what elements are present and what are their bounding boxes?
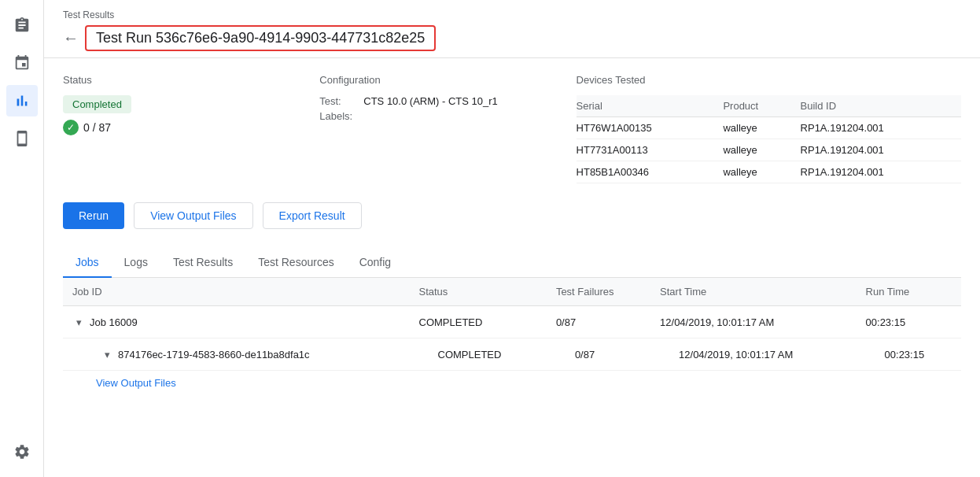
back-button[interactable]: ←	[63, 29, 79, 47]
config-labels-key: Labels:	[319, 110, 359, 122]
tab-test-resources[interactable]: Test Resources	[245, 248, 346, 278]
device-product: walleye	[723, 117, 800, 139]
jobs-col-status: Status	[410, 278, 547, 306]
main-content: Test Results ← Test Run 536c76e6-9a90-49…	[44, 0, 980, 477]
device-serial: HT7731A00113	[577, 139, 724, 161]
content-area: Status Completed ✓ 0 / 87 Configuration …	[44, 58, 980, 477]
devices-col-product: Product	[723, 95, 800, 117]
devices-table-row: HT7731A00113 walleye RP1A.191204.001	[577, 139, 961, 161]
jobs-table: Job ID Status Test Failures Start Time R…	[63, 278, 961, 371]
status-label: Status	[63, 74, 319, 86]
view-output-files-link[interactable]: View Output Files	[63, 371, 961, 395]
action-buttons: Rerun View Output Files Export Result	[63, 202, 961, 229]
job-failures: 0/87	[547, 306, 650, 338]
sidebar-item-calendar[interactable]	[6, 47, 38, 79]
check-count: ✓ 0 / 87	[63, 120, 319, 135]
device-product: walleye	[723, 139, 800, 161]
devices-col-buildid: Build ID	[801, 95, 961, 117]
job-id: ▾Job 16009	[63, 306, 410, 338]
job-status: COMPLETED	[410, 338, 547, 371]
devices-table-row: HT85B1A00346 walleye RP1A.191204.001	[577, 161, 961, 183]
devices-label: Devices Tested	[577, 74, 961, 86]
devices-col: Devices Tested Serial Product Build ID H…	[577, 74, 961, 183]
device-serial: HT76W1A00135	[577, 117, 724, 139]
job-start-time: 12/04/2019, 10:01:17 AM	[650, 338, 857, 371]
job-run-time: 00:23:15	[857, 306, 961, 338]
status-badge: Completed	[63, 95, 131, 113]
view-output-button[interactable]: View Output Files	[134, 202, 252, 229]
device-serial: HT85B1A00346	[577, 161, 724, 183]
chevron-down-icon[interactable]: ▾	[101, 348, 113, 361]
config-col: Configuration Test: CTS 10.0 (ARM) - CTS…	[319, 74, 576, 183]
sidebar	[0, 0, 44, 477]
device-product: walleye	[723, 161, 800, 183]
jobs-col-id: Job ID	[63, 278, 410, 306]
status-col: Status Completed ✓ 0 / 87	[63, 74, 319, 183]
devices-table: Serial Product Build ID HT76W1A00135 wal…	[577, 95, 961, 183]
jobs-table-row: ▾Job 16009 COMPLETED 0/87 12/04/2019, 10…	[63, 306, 961, 338]
device-buildid: RP1A.191204.001	[801, 139, 961, 161]
job-run-time: 00:23:15	[857, 338, 961, 371]
tab-jobs[interactable]: Jobs	[63, 248, 112, 278]
devices-col-serial: Serial	[577, 95, 724, 117]
breadcrumb: Test Results	[63, 9, 961, 20]
header: Test Results ← Test Run 536c76e6-9a90-49…	[44, 0, 980, 58]
config-labels-row: Labels:	[319, 110, 576, 122]
devices-table-row: HT76W1A00135 walleye RP1A.191204.001	[577, 117, 961, 139]
chevron-down-icon[interactable]: ▾	[72, 316, 85, 328]
tab-logs[interactable]: Logs	[112, 248, 160, 278]
check-count-value: 0 / 87	[83, 121, 111, 134]
config-test-value: CTS 10.0 (ARM) - CTS 10_r1	[363, 95, 498, 107]
sidebar-item-settings[interactable]	[6, 436, 38, 468]
jobs-col-starttime: Start Time	[650, 278, 857, 306]
config-label: Configuration	[319, 74, 576, 86]
job-failures: 0/87	[547, 338, 650, 371]
tab-test-results[interactable]: Test Results	[160, 248, 245, 278]
job-status: COMPLETED	[410, 306, 547, 338]
check-icon: ✓	[63, 120, 79, 135]
tab-config[interactable]: Config	[347, 248, 403, 278]
page-title: Test Run 536c76e6-9a90-4914-9903-447731c…	[85, 25, 436, 51]
jobs-table-row: ▾874176ec-1719-4583-8660-de11ba8dfa1c CO…	[63, 338, 961, 371]
device-buildid: RP1A.191204.001	[801, 117, 961, 139]
rerun-button[interactable]: Rerun	[63, 202, 124, 229]
config-test-row: Test: CTS 10.0 (ARM) - CTS 10_r1	[319, 95, 576, 107]
info-grid: Status Completed ✓ 0 / 87 Configuration …	[63, 74, 961, 183]
device-buildid: RP1A.191204.001	[801, 161, 961, 183]
job-id: ▾874176ec-1719-4583-8660-de11ba8dfa1c	[63, 338, 410, 371]
jobs-col-failures: Test Failures	[547, 278, 650, 306]
tabs: Jobs Logs Test Results Test Resources Co…	[63, 248, 961, 278]
export-button[interactable]: Export Result	[263, 202, 362, 229]
job-start-time: 12/04/2019, 10:01:17 AM	[650, 306, 857, 338]
jobs-col-runtime: Run Time	[857, 278, 961, 306]
sidebar-item-clipboard[interactable]	[6, 9, 38, 41]
sidebar-item-phone[interactable]	[6, 123, 38, 154]
sidebar-item-chart[interactable]	[6, 85, 38, 116]
config-test-key: Test:	[319, 95, 359, 107]
